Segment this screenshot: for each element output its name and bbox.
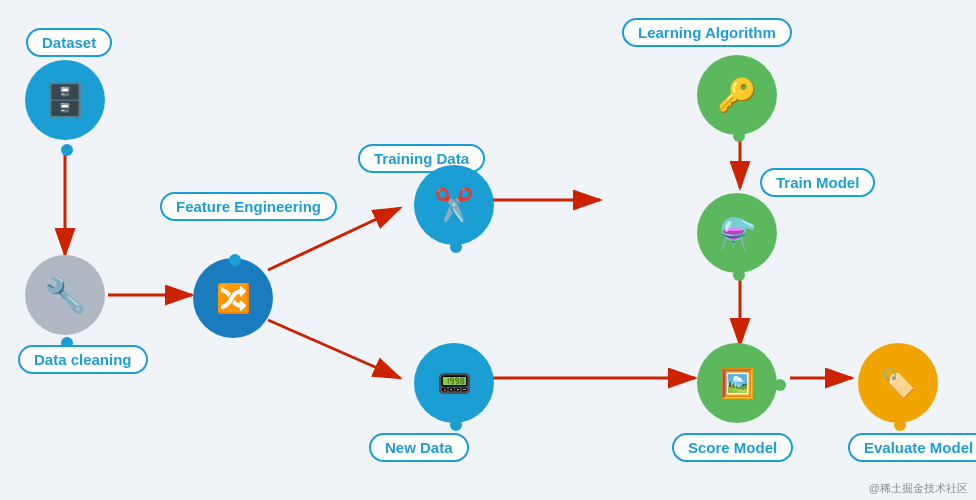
network-icon: 🔀 bbox=[216, 282, 251, 315]
dot-score-model bbox=[774, 379, 786, 391]
tag-icon: 🏷️ bbox=[881, 367, 916, 400]
dataset-icon: 🗄️ bbox=[25, 60, 105, 140]
evaluate-model-icon: 🏷️ bbox=[858, 343, 938, 423]
new-data-icon: 📟 bbox=[414, 343, 494, 423]
image-icon: 🖼️ bbox=[720, 367, 755, 400]
feature-engineering-label: Feature Engineering bbox=[160, 192, 337, 221]
learning-algorithm-icon: 🔑 bbox=[697, 55, 777, 135]
dataset-label: Dataset bbox=[26, 28, 112, 57]
database-icon: 🗄️ bbox=[45, 81, 85, 119]
funnel-icon: ⚗️ bbox=[719, 216, 756, 251]
training-data-icon: ✂️ bbox=[414, 165, 494, 245]
feature-engineering-icon: 🔀 bbox=[193, 258, 273, 338]
train-model-icon: ⚗️ bbox=[697, 193, 777, 273]
evaluate-model-label: Evaluate Model bbox=[848, 433, 976, 462]
learning-algorithm-label: Learning Algorithm bbox=[622, 18, 792, 47]
dot-learning-alg bbox=[733, 130, 745, 142]
wrench-icon: 🔧 bbox=[44, 275, 86, 315]
data-cleaning-icon: 🔧 bbox=[25, 255, 105, 335]
ml-workflow-diagram: Dataset 🗄️ 🔧 Data cleaning Feature Engin… bbox=[0, 0, 976, 500]
arrows-layer bbox=[0, 0, 976, 500]
dot-new-data bbox=[450, 419, 462, 431]
dot-fe-top bbox=[229, 254, 241, 266]
dot-train-model-bottom bbox=[733, 269, 745, 281]
display-icon: 📟 bbox=[437, 367, 472, 400]
dot-dataset-bottom bbox=[61, 144, 73, 156]
dot-training bbox=[450, 241, 462, 253]
data-cleaning-label: Data cleaning bbox=[18, 345, 148, 374]
key-icon: 🔑 bbox=[717, 76, 757, 114]
score-model-label: Score Model bbox=[672, 433, 793, 462]
scissors-icon: ✂️ bbox=[434, 186, 474, 224]
score-model-icon: 🖼️ bbox=[697, 343, 777, 423]
train-model-label: Train Model bbox=[760, 168, 875, 197]
dot-evaluate bbox=[894, 419, 906, 431]
new-data-label: New Data bbox=[369, 433, 469, 462]
svg-line-4 bbox=[268, 320, 400, 378]
watermark: @稀土掘金技术社区 bbox=[869, 481, 968, 496]
